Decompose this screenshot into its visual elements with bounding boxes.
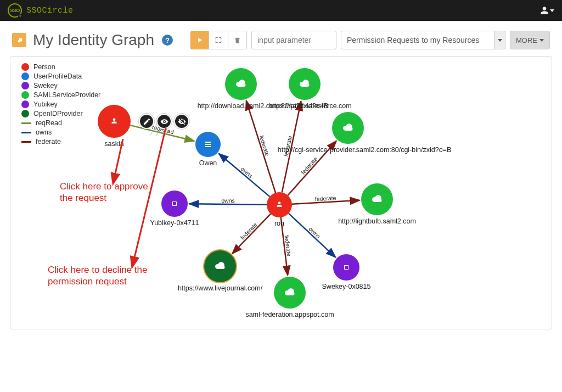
node-glyph-icon — [172, 201, 177, 206]
input-parameter[interactable] — [251, 31, 336, 49]
query-select-value: Permission Requests to my Resources — [341, 31, 494, 49]
brand-logo[interactable]: SSO — [8, 3, 22, 18]
query-select-caret[interactable] — [494, 31, 505, 49]
node-label-swekey: Swekey-0x0815 — [322, 283, 371, 290]
expand-button[interactable] — [209, 31, 228, 49]
chevron-down-icon — [498, 39, 502, 42]
node-label-samlfed: saml-federation.appspot.com — [245, 311, 334, 318]
help-icon[interactable]: ? — [162, 35, 173, 46]
node-glyph-icon — [372, 195, 382, 204]
more-button[interactable]: MORE — [510, 31, 550, 49]
share-icon[interactable] — [12, 33, 26, 47]
node-glyph-icon — [285, 288, 295, 298]
more-button-label: MORE — [516, 36, 537, 44]
brand-logo-dot-icon — [18, 14, 23, 18]
pencil-icon — [143, 117, 151, 126]
eye-icon — [160, 117, 168, 126]
eye-off-icon — [178, 117, 186, 126]
node-lightbulb[interactable] — [361, 183, 393, 215]
node-saskia[interactable] — [98, 105, 131, 138]
graph-panel: PersonUserProfileDataSwekeySAMLServicePr… — [10, 56, 552, 329]
node-label-lightbulb: http://lightbulb.saml2.com — [338, 217, 416, 225]
node-download[interactable] — [225, 68, 257, 100]
node-swekey[interactable] — [333, 254, 359, 281]
node-salesforce[interactable] — [289, 68, 321, 100]
node-label-saskia: saskia — [104, 140, 123, 148]
node-label-owen: Owen — [199, 159, 217, 167]
play-icon — [196, 37, 203, 43]
action-approve[interactable] — [156, 114, 172, 129]
node-label-lj: https://www.livejournal.com/ — [178, 284, 262, 292]
action-decline[interactable] — [174, 114, 189, 129]
node-label-yubikey: Yubikey-0x4711 — [150, 219, 199, 227]
caret-down-icon — [550, 9, 554, 12]
node-lj[interactable] — [204, 250, 236, 282]
node-glyph-icon — [236, 80, 246, 89]
node-yubikey[interactable] — [161, 191, 188, 217]
user-menu[interactable] — [540, 6, 554, 15]
node-owen[interactable] — [195, 132, 221, 157]
action-edit[interactable] — [139, 114, 154, 129]
node-glyph-icon — [343, 124, 353, 133]
toolbar-group — [190, 31, 247, 49]
delete-button[interactable] — [228, 31, 247, 49]
node-glyph-icon — [276, 200, 283, 210]
node-label-cgi: http://cgi-service-provider.saml2.com:80… — [278, 146, 451, 154]
play-button[interactable] — [190, 31, 209, 49]
node-ron[interactable] — [267, 192, 292, 217]
node-cgi[interactable] — [332, 112, 364, 144]
header-row: My Identity Graph ? Permission Requests … — [0, 21, 562, 54]
user-icon — [540, 6, 549, 15]
query-select[interactable]: Permission Requests to my Resources — [341, 31, 505, 49]
brand-name[interactable]: SSOCircle — [26, 6, 74, 15]
annotation-approve: Click here to approve the request — [60, 181, 153, 204]
node-glyph-icon — [344, 265, 349, 270]
node-glyph-icon — [205, 142, 211, 147]
node-samlfed[interactable] — [274, 277, 306, 309]
caret-down-icon — [539, 39, 544, 42]
annotation-decline: Click here to decline the permission req… — [48, 264, 158, 288]
node-label-ron: ron — [274, 220, 284, 227]
page-title: My Identity Graph — [33, 31, 154, 49]
node-glyph-icon — [300, 80, 310, 89]
node-glyph-icon — [110, 117, 118, 126]
node-label-salesforce: https://saml.salesforce.com — [268, 102, 351, 110]
node-glyph-icon — [215, 262, 225, 271]
trash-icon — [234, 37, 241, 44]
brand-logo-text: SSO — [10, 8, 20, 13]
navbar: SSO SSOCircle — [0, 0, 562, 21]
expand-icon — [215, 36, 222, 44]
